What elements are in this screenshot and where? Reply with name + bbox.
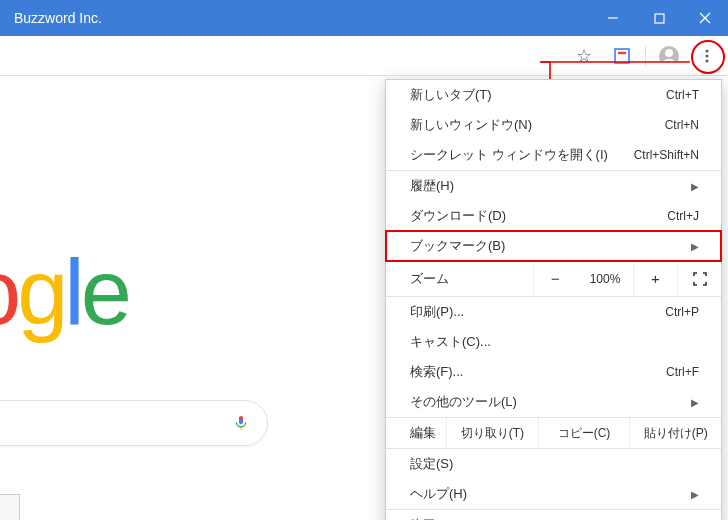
- fullscreen-button[interactable]: [677, 262, 721, 296]
- menu-item-downloads[interactable]: ダウンロード(D) Ctrl+J: [386, 201, 721, 231]
- status-corner: [0, 494, 20, 520]
- menu-item-bookmarks[interactable]: ブックマーク(B) ▶: [386, 231, 721, 261]
- title-bar: Buzzword Inc.: [0, 0, 728, 36]
- profile-avatar[interactable]: [652, 39, 686, 73]
- menu-item-edit: 編集 切り取り(T) コピー(C) 貼り付け(P): [386, 418, 721, 448]
- search-input[interactable]: [0, 400, 268, 446]
- zoom-out-button[interactable]: −: [533, 262, 577, 296]
- chevron-right-icon: ▶: [691, 489, 699, 500]
- menu-item-print[interactable]: 印刷(P)... Ctrl+P: [386, 297, 721, 327]
- svg-point-10: [705, 54, 708, 57]
- menu-item-find[interactable]: 検索(F)... Ctrl+F: [386, 357, 721, 387]
- menu-item-zoom: ズーム − 100% +: [386, 262, 721, 296]
- zoom-in-button[interactable]: +: [633, 262, 677, 296]
- fullscreen-icon: [693, 272, 707, 286]
- menu-item-exit[interactable]: 終了(X): [386, 510, 721, 520]
- svg-rect-1: [655, 14, 664, 23]
- menu-item-settings[interactable]: 設定(S): [386, 449, 721, 479]
- menu-item-incognito[interactable]: シークレット ウィンドウを開く(I) Ctrl+Shift+N: [386, 140, 721, 170]
- edit-copy-button[interactable]: コピー(C): [538, 418, 630, 448]
- toolbar: ☆: [0, 36, 728, 76]
- bookmark-star-icon[interactable]: ☆: [567, 39, 601, 73]
- edit-cut-button[interactable]: 切り取り(T): [446, 418, 538, 448]
- close-button[interactable]: [682, 0, 728, 36]
- menu-item-help[interactable]: ヘルプ(H) ▶: [386, 479, 721, 509]
- maximize-button[interactable]: [636, 0, 682, 36]
- menu-item-new-tab[interactable]: 新しいタブ(T) Ctrl+T: [386, 80, 721, 110]
- window-title: Buzzword Inc.: [14, 10, 102, 26]
- menu-item-new-window[interactable]: 新しいウィンドウ(N) Ctrl+N: [386, 110, 721, 140]
- mic-icon: [233, 412, 249, 434]
- edit-paste-button[interactable]: 貼り付け(P): [629, 418, 721, 448]
- chevron-right-icon: ▶: [691, 241, 699, 252]
- google-logo: ogle: [0, 240, 128, 345]
- menu-item-more-tools[interactable]: その他のツール(L) ▶: [386, 387, 721, 417]
- bookmark-page-icon[interactable]: [605, 39, 639, 73]
- chevron-right-icon: ▶: [691, 397, 699, 408]
- svg-point-7: [665, 49, 673, 57]
- menu-item-cast[interactable]: キャスト(C)...: [386, 327, 721, 357]
- chrome-menu: 新しいタブ(T) Ctrl+T 新しいウィンドウ(N) Ctrl+N シークレッ…: [385, 79, 722, 520]
- chevron-right-icon: ▶: [691, 181, 699, 192]
- svg-point-11: [705, 59, 708, 62]
- svg-rect-4: [615, 49, 629, 63]
- more-menu-button[interactable]: [690, 39, 724, 73]
- menu-item-history[interactable]: 履歴(H) ▶: [386, 171, 721, 201]
- minimize-button[interactable]: [590, 0, 636, 36]
- svg-point-9: [705, 49, 708, 52]
- zoom-value: 100%: [577, 262, 633, 296]
- svg-rect-14: [239, 416, 243, 420]
- dots-vertical-icon: [699, 48, 715, 64]
